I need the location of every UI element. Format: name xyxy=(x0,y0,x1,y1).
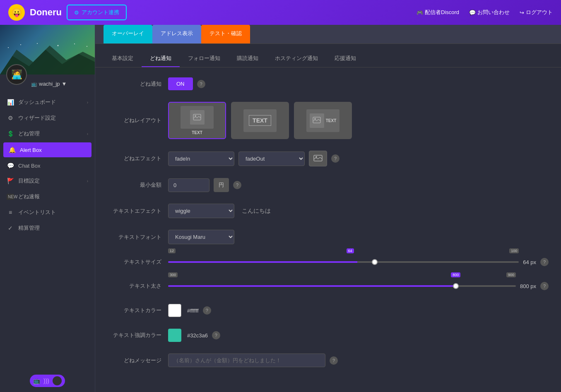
text-effect-select[interactable]: wiggle none shake bounce xyxy=(168,204,234,218)
tab-support[interactable]: 応援通知 xyxy=(326,51,364,67)
done-notification-label: どね通知 xyxy=(108,80,161,88)
sidebar-item-chatbox[interactable]: 💬 Chat Box xyxy=(0,158,95,173)
sidebar-item-done-mgmt[interactable]: 💲 どね管理 › xyxy=(0,126,95,142)
help-icon-amount[interactable]: ? xyxy=(233,181,241,189)
svg-point-5 xyxy=(58,45,59,46)
subtab-address[interactable]: アドレス表示 xyxy=(152,25,201,43)
subtab-confirm[interactable]: テスト・確認 xyxy=(201,25,250,43)
svg-point-2 xyxy=(8,47,9,48)
sidebar-item-alertbox[interactable]: 🔔 Alert Box xyxy=(3,142,91,157)
svg-point-3 xyxy=(20,44,21,45)
help-icon-highlight-color[interactable]: ? xyxy=(212,331,220,339)
text-size-min: 12 xyxy=(168,248,176,253)
help-icon-size[interactable]: ? xyxy=(540,258,549,266)
text-size-slider[interactable] xyxy=(168,261,519,263)
text-highlight-color-swatch[interactable] xyxy=(168,329,181,342)
tab-basic[interactable]: 基本設定 xyxy=(104,51,142,67)
text-weight-slider-wrapper: 300 800 900 xyxy=(168,280,516,292)
logout-link[interactable]: ↪ ログアウト xyxy=(520,9,553,16)
chevron-right-icon: › xyxy=(87,100,88,105)
chevron-right-icon-2: › xyxy=(87,132,88,136)
text-color-row: テキストカラー #ffffff ? xyxy=(108,304,549,317)
content-area: どね通知 ON ? どねレイアウト xyxy=(95,67,561,389)
min-amount-row: 最小金額 円 ? xyxy=(108,178,549,192)
min-amount-input[interactable] xyxy=(168,178,209,192)
sidebar-item-eventlist[interactable]: ≡ イベントリスト xyxy=(0,204,95,220)
min-amount-label: 最小金額 xyxy=(108,181,161,189)
text-font-select[interactable]: Kosugi Maru Noto Sans JP M PLUS 1p xyxy=(168,230,234,244)
tab-done[interactable]: どね通知 xyxy=(142,51,180,67)
header: 😛 Doneru ⚙ アカウント連携 🎮 配信者Discord 💬 お問い合わせ… xyxy=(0,0,561,25)
contact-link[interactable]: 💬 お問い合わせ xyxy=(469,9,510,16)
done-notification-controls: ON ? xyxy=(168,77,205,90)
flag-icon: 🚩 xyxy=(7,178,14,184)
done-effect-label: どねエフェクト xyxy=(108,155,161,162)
dropdown-chevron-icon[interactable]: ▼ xyxy=(62,81,67,87)
effect-out-select[interactable]: fadeOut slideOut bounceOut xyxy=(238,152,305,166)
avatar: 🧑‍💻 xyxy=(6,64,27,85)
text-highlight-color-hex: #32c3a6 xyxy=(187,332,208,339)
svg-point-4 xyxy=(37,43,38,44)
main-content: オーバーレイ アドレス表示 テスト・確認 基本設定 どね通知 フォロー通知 購読… xyxy=(95,25,561,392)
text-size-slider-wrapper: 12 64 100 xyxy=(168,256,519,268)
account-connect-button[interactable]: ⚙ アカウント連携 xyxy=(67,5,127,20)
svg-point-6 xyxy=(74,43,75,44)
text-effect-label: テキストエフェクト xyxy=(108,207,161,215)
text-size-row: テキストサイズ 12 64 100 64 px ? xyxy=(108,256,549,268)
help-icon-weight[interactable]: ? xyxy=(540,282,549,290)
help-icon-notification[interactable]: ? xyxy=(197,80,205,88)
text-size-label: テキストサイズ xyxy=(108,258,161,266)
text-effect-preview: こんにちは xyxy=(238,206,274,216)
yen-button[interactable]: 円 xyxy=(214,178,229,192)
sidebar-item-goal[interactable]: 🚩 目標設定 › xyxy=(0,173,95,189)
help-icon-message[interactable]: ? xyxy=(330,356,338,365)
dashboard-icon: 📊 xyxy=(7,99,14,106)
done-layout-row: どねレイアウト TEXT xyxy=(108,102,549,139)
bell-icon: 🔔 xyxy=(8,147,16,153)
done-message-controls: ? xyxy=(168,354,338,367)
text-weight-label: テキスト太さ xyxy=(108,282,161,290)
subtab-overlay[interactable]: オーバーレイ xyxy=(104,25,152,43)
svg-point-9 xyxy=(195,115,196,117)
done-layout-label: どねレイアウト xyxy=(108,117,161,124)
text-highlight-color-row: テキスト強調カラー #32c3a6 ? xyxy=(108,329,549,342)
discord-link[interactable]: 🎮 配信者Discord xyxy=(417,9,459,16)
user-profile: 🧑‍💻 📺 wachi_jp ▼ xyxy=(0,25,95,91)
text-color-swatch[interactable] xyxy=(168,304,181,317)
sidebar-item-dashboard[interactable]: 📊 ダッシュボード › xyxy=(0,94,95,110)
theme-toggle[interactable]: 📺 ))) xyxy=(30,375,65,387)
done-message-input[interactable] xyxy=(168,354,325,367)
svg-point-11 xyxy=(314,118,316,120)
svg-point-7 xyxy=(87,46,87,47)
nav-items: 📊 ダッシュボード › ⚙ ウィザード設定 💲 どね管理 › xyxy=(0,91,95,370)
layout-card-2[interactable]: TEXT xyxy=(231,102,289,139)
text-weight-slider-container: 300 800 900 xyxy=(168,280,516,292)
text-font-row: テキストフォント Kosugi Maru Noto Sans JP M PLUS… xyxy=(108,230,549,244)
chevron-right-icon-3: › xyxy=(87,179,88,183)
text-font-controls: Kosugi Maru Noto Sans JP M PLUS 1p xyxy=(168,230,234,244)
header-left: 😛 Doneru ⚙ アカウント連携 xyxy=(8,4,127,21)
help-icon-color[interactable]: ? xyxy=(203,306,211,315)
svg-point-13 xyxy=(315,156,317,158)
sidebar-item-wizard[interactable]: ⚙ ウィザード設定 xyxy=(0,110,95,126)
tab-hosting[interactable]: ホスティング通知 xyxy=(267,51,326,67)
text-weight-slider[interactable] xyxy=(168,285,516,287)
tab-follow[interactable]: フォロー通知 xyxy=(180,51,229,67)
help-icon-effect[interactable]: ? xyxy=(331,154,339,163)
effect-in-select[interactable]: fadeIn slideIn bounceIn xyxy=(168,152,234,166)
sidebar: 🧑‍💻 📺 wachi_jp ▼ 📊 ダッシュボード › ⚙ ウィザード設定 xyxy=(0,25,95,392)
tab-subscribe[interactable]: 購読通知 xyxy=(229,51,267,67)
on-button[interactable]: ON xyxy=(168,77,193,90)
text-weight-max: 900 xyxy=(506,272,516,277)
sidebar-item-accounting[interactable]: ✓ 精算管理 xyxy=(0,220,95,236)
logout-icon: ↪ xyxy=(520,10,524,16)
text-effect-controls: wiggle none shake bounce こんにちは xyxy=(168,204,274,218)
text-highlight-color-label: テキスト強調カラー xyxy=(108,332,161,339)
sidebar-item-done-news[interactable]: NEW どね速報 xyxy=(0,189,95,204)
effect-preview-button[interactable] xyxy=(309,151,327,166)
layout-card-1[interactable]: TEXT xyxy=(168,102,226,139)
text-weight-min: 300 xyxy=(168,272,178,277)
check-icon: ✓ xyxy=(7,225,14,231)
user-name-display: 📺 wachi_jp ▼ xyxy=(31,81,67,87)
layout-card-3[interactable]: TEXT xyxy=(294,102,352,139)
